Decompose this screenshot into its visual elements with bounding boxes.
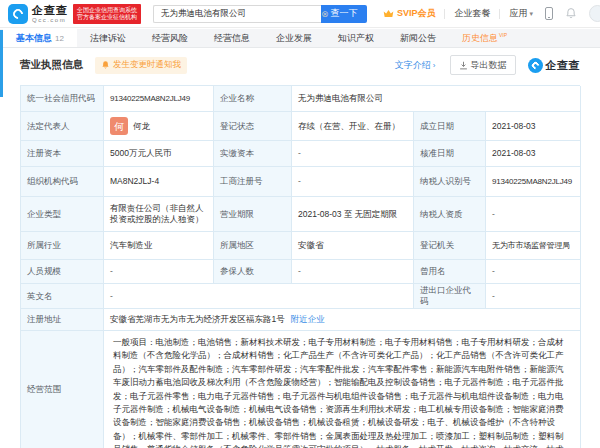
english-name-label: 英文名 [21, 284, 104, 309]
vip-superscript: VIP [499, 32, 507, 38]
tab-operation-risk[interactable]: 经营风险 [139, 29, 201, 47]
credit-code-value: 91340225MA8N2JLJ49 [104, 86, 214, 112]
credit-system-badge: 全国企业信用查询系统 官方备案企业征信机构 [73, 4, 141, 24]
staff-size-value: - [104, 260, 214, 284]
section-header-actions: 文字介绍› 导出数据 企查查 [395, 55, 580, 75]
import-export-code-label: 进出口企业代码 [414, 284, 486, 309]
divider [499, 9, 500, 19]
former-name-value: - [486, 260, 581, 284]
notify-label: 发生变更时通知我 [113, 59, 181, 71]
badge-line2: 官方备案企业征信机构 [77, 14, 137, 21]
nearby-companies-link[interactable]: 附近企业 [291, 314, 325, 325]
tab-count: 12 [55, 34, 64, 43]
reg-status-value: 存续（在营、开业、在册） [292, 112, 414, 141]
reg-status-label: 登记状态 [214, 112, 292, 141]
brand-name: 企查查 [32, 5, 68, 16]
insured-count-label: 参保人数 [214, 260, 292, 284]
search-input[interactable] [153, 5, 335, 23]
legal-rep-avatar[interactable]: 何 [110, 117, 128, 135]
company-tabs-bar: 基本信息12 法律诉讼 经营风险 经营信息 企业发展 知识产权 新闻公告 历史信… [0, 29, 600, 48]
biz-reg-no-label: 工商注册号 [214, 167, 292, 197]
company-name-value: 无为弗迪电池有限公司 [292, 86, 581, 112]
approval-date-label: 核准日期 [414, 141, 486, 167]
org-code-label: 组织机构代码 [21, 167, 104, 197]
legal-rep-value: 何 何龙 [104, 112, 214, 141]
table-row: 人员规模 - 参保人数 - 曾用名 - [21, 260, 580, 284]
establish-date-label: 成立日期 [414, 112, 486, 141]
top-right-menu: SVIP会员 企业套餐 应用▾ [383, 5, 600, 22]
tab-legal-litigation[interactable]: 法律诉讼 [77, 29, 139, 47]
notification-bell-icon[interactable] [565, 7, 577, 20]
taxpayer-id-value: 91340225MA8N2JLJ49 [486, 167, 581, 197]
reg-capital-value: 5000万元人民币 [104, 141, 214, 167]
business-scope-value: 一般项目：电池制造；电池销售；新材料技术研发；电子专用材料制造；电子专用材料销售… [104, 331, 581, 448]
license-section-header: 营业执照信息 发生变更时通知我 文字介绍› 导出数据 企查查 [20, 52, 580, 78]
staff-size-label: 人员规模 [21, 260, 104, 284]
biz-reg-no-value: - [292, 167, 414, 197]
tab-news-announcements[interactable]: 新闻公告 [387, 29, 449, 47]
taxpayer-id-label: 纳税人识别号 [414, 167, 486, 197]
tab-operation-info[interactable]: 经营信息 [201, 29, 263, 47]
tab-history-info[interactable]: 历史信息VIP [449, 29, 520, 47]
company-type-value: 有限责任公司（非自然人投资或控股的法人独资） [104, 197, 214, 232]
former-name-label: 曾用名 [414, 260, 486, 284]
section-title: 营业执照信息 [20, 58, 83, 72]
table-row: 英文名 - 进出口企业代码 - [21, 284, 580, 309]
change-notify-button[interactable]: 发生变更时通知我 [95, 57, 187, 74]
address-value: 安徽省芜湖市无为市无为经济开发区福东路1号 附近企业 [104, 309, 581, 331]
svip-menu-item[interactable]: SVIP会员 [383, 7, 436, 20]
brand-domain: Qcc.com [32, 17, 68, 23]
address-text: 安徽省芜湖市无为市无为经济开发区福东路1号 [110, 314, 285, 325]
reg-capital-label: 注册资本 [21, 141, 104, 167]
top-bar: 企查查 Qcc.com 全国企业信用查询系统 官方备案企业征信机构 ⊗ 查一下 … [0, 0, 600, 28]
taxpayer-quality-label: 纳税人资质 [414, 197, 486, 232]
paid-capital-label: 实缴资本 [214, 141, 292, 167]
industry-value: 汽车制造业 [104, 232, 214, 260]
biz-term-value: 2021-08-03 至 无固定期限 [292, 197, 414, 232]
tab-company-development[interactable]: 企业发展 [263, 29, 325, 47]
qcc-logo-icon[interactable] [8, 4, 28, 24]
notify-bell-icon [101, 60, 110, 70]
company-name-label: 企业名称 [214, 86, 292, 112]
user-avatar[interactable] [589, 5, 600, 22]
credit-code-label: 统一社会信用代码 [21, 86, 104, 112]
taxpayer-quality-value: - [486, 197, 581, 232]
legal-rep-name[interactable]: 何龙 [133, 121, 150, 132]
table-row: 注册地址 安徽省芜湖市无为市无为经济开发区福东路1号 附近企业 [21, 309, 580, 331]
crown-icon [383, 9, 394, 18]
qcc-logo-ring [11, 6, 25, 20]
badge-line1: 全国企业信用查询系统 [77, 7, 137, 14]
qcc-watermark-logo: 企查查 [528, 58, 581, 73]
approval-date-value: 2021-08-03 [486, 141, 581, 167]
tab-basic-info[interactable]: 基本信息12 [3, 29, 77, 47]
establish-date-value: 2021-08-03 [486, 112, 581, 141]
business-license-table: 统一社会信用代码 91340225MA8N2JLJ49 企业名称 无为弗迪电池有… [20, 85, 580, 448]
reg-authority-label: 登记机关 [414, 232, 486, 260]
qcc-watermark-icon [528, 58, 543, 73]
import-export-code-value: - [486, 284, 581, 309]
industry-label: 所属行业 [21, 232, 104, 260]
table-row: 经营范围 一般项目：电池制造；电池销售；新材料技术研发；电子专用材料制造；电子专… [21, 331, 580, 448]
chevron-right-icon: › [433, 61, 436, 70]
search-bar: ⊗ 查一下 [153, 5, 367, 23]
qichacha-company-page: 企查查 Qcc.com 全国企业信用查询系统 官方备案企业征信机构 ⊗ 查一下 … [0, 0, 600, 448]
text-intro-link[interactable]: 文字介绍› [395, 59, 436, 72]
enterprise-package-menu-item[interactable]: 企业套餐 [454, 7, 490, 20]
legal-rep-label: 法定代表人 [21, 112, 104, 141]
brand-block[interactable]: 企查查 Qcc.com [32, 5, 68, 23]
export-data-button[interactable]: 导出数据 [450, 55, 516, 75]
company-type-label: 企业类型 [21, 197, 104, 232]
chevron-down-icon: ▾ [529, 10, 533, 17]
apps-menu-item[interactable]: 应用▾ [509, 7, 533, 20]
table-row: 法定代表人 何 何龙 登记状态 存续（在营、开业、在册） 成立日期 2021-0… [21, 112, 580, 141]
reg-authority-value: 无为市市场监督管理局 [486, 232, 581, 260]
org-code-value: MA8N2JLJ-4 [104, 167, 214, 197]
business-scope-label: 经营范围 [21, 331, 104, 448]
insured-count-value: - [292, 260, 414, 284]
table-row: 企业类型 有限责任公司（非自然人投资或控股的法人独资） 营业期限 2021-08… [21, 197, 580, 232]
tab-intellectual-property[interactable]: 知识产权 [325, 29, 387, 47]
svip-label: SVIP会员 [397, 7, 436, 20]
download-icon [459, 61, 468, 70]
mobile-app-icon[interactable] [545, 7, 553, 20]
left-scroll-indicator [0, 30, 3, 97]
